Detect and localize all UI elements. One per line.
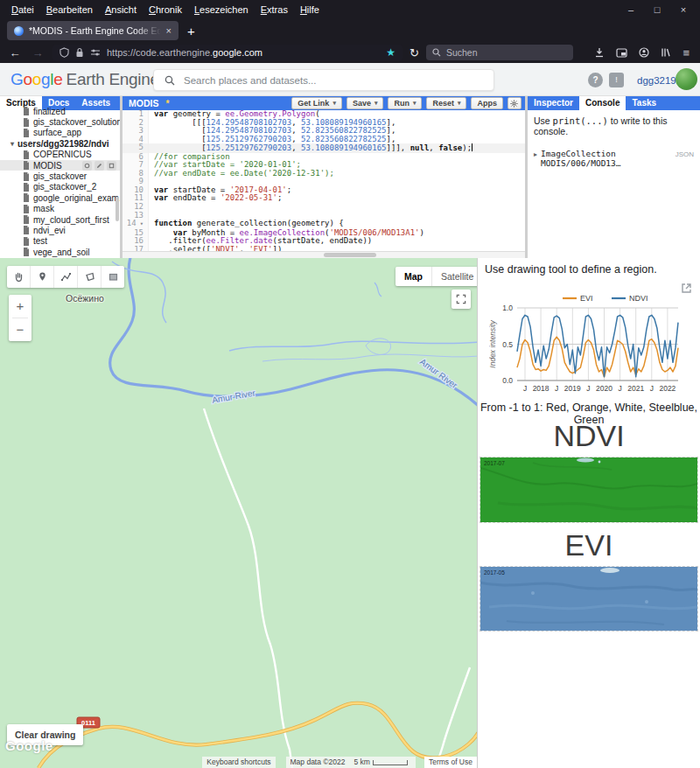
fullscreen-button[interactable]	[452, 290, 471, 309]
chevron-down-icon[interactable]: ▾	[332, 98, 336, 108]
gee-search-placeholder: Search places and datasets...	[184, 75, 317, 86]
script-item-my-cloud-sort-first[interactable]: my_cloud_sort_first	[0, 214, 120, 225]
menu-icon[interactable]: ≡	[682, 46, 690, 59]
keyboard-shortcuts-link[interactable]: Keyboard shortcuts	[202, 757, 275, 768]
top-panels: ScriptsDocsAssets finalizedgis_stackover…	[0, 96, 700, 258]
pan-tool-button[interactable]	[7, 266, 31, 288]
fold-icon[interactable]: ▾	[136, 220, 144, 227]
script-item-surface-app[interactable]: surface_app	[0, 128, 120, 138]
menu-extras[interactable]: Extras	[255, 4, 294, 15]
script-item-copernicus[interactable]: COPERNICUS	[0, 150, 120, 160]
folder-collapse-icon[interactable]: ▾	[10, 140, 14, 148]
script-item-gis-stackover-2[interactable]: gis_stackover_2	[0, 182, 120, 192]
download-icon[interactable]	[594, 47, 605, 58]
chevron-down-icon[interactable]: ▾	[374, 98, 378, 108]
share-button[interactable]	[82, 161, 92, 171]
script-item-test[interactable]: test	[0, 236, 120, 247]
script-item-modis[interactable]: MODIS	[0, 160, 120, 171]
menu-bearbeiten[interactable]: Bearbeiten	[40, 4, 99, 15]
tab-inspector[interactable]: Inspector	[528, 96, 579, 110]
file-icon	[23, 118, 30, 127]
map-attribution: Keyboard shortcuts Map data ©2022 5 km T…	[0, 757, 477, 768]
script-item-mask[interactable]: mask	[0, 204, 120, 214]
disclosure-icon[interactable]: ▸	[534, 150, 537, 158]
editor-hscrollbar[interactable]	[122, 251, 525, 258]
chevron-down-icon[interactable]: ▾	[413, 98, 416, 108]
get-link-button[interactable]: Get Link▾	[291, 97, 342, 109]
run-button[interactable]: Run▾	[388, 97, 422, 109]
gee-search-input[interactable]: Search places and datasets...	[153, 69, 494, 91]
map[interactable]: 0111 Осёжино Amur River Amur River	[0, 258, 477, 768]
zoom-out-button[interactable]: −	[9, 318, 32, 341]
settings-button[interactable]	[508, 97, 522, 109]
rename-button[interactable]	[94, 161, 104, 171]
code-area[interactable]: 1var geometry = ee.Geometry.Polygon(2 [[…	[122, 110, 525, 252]
evi-date-overlay: 2017-05	[484, 569, 505, 576]
script-item-google-original-exam-[interactable]: google_original_exam…	[0, 192, 120, 203]
chevron-down-icon[interactable]: ▾	[458, 98, 461, 108]
code-line-8[interactable]: 8//var endDate = ee.Date('2020-12-31');	[122, 170, 525, 178]
avatar[interactable]	[676, 68, 697, 90]
browser-search-field[interactable]: Suchen	[426, 45, 573, 60]
new-tab-button[interactable]: +	[187, 24, 195, 38]
browser-tab[interactable]: *MODIS - Earth Engine Code Ed ×	[7, 21, 178, 40]
reload-icon[interactable]: ↻	[410, 46, 419, 59]
console-body: Use print(...) to write to this console.…	[528, 110, 700, 173]
menu-ansicht[interactable]: Ansicht	[99, 4, 143, 15]
library-icon[interactable]	[661, 47, 671, 58]
menu-hilfe[interactable]: Hilfe	[294, 4, 326, 15]
zoom-in-button[interactable]: +	[9, 295, 32, 318]
tab-close-icon[interactable]: ×	[166, 25, 172, 36]
scripts-scrollbar[interactable]	[116, 197, 119, 221]
script-item-vege-and-soil[interactable]: vege_and_soil	[0, 247, 120, 257]
file-icon	[23, 129, 30, 137]
map-type-map-button[interactable]: Map	[396, 267, 431, 286]
line-tool-button[interactable]	[54, 266, 78, 288]
minimize-icon[interactable]: –	[618, 0, 644, 19]
rectangle-tool-button[interactable]	[102, 266, 124, 288]
url-bar[interactable]: https://code.earthengine.google.com ★	[52, 45, 402, 61]
reset-button[interactable]: Reset▾	[426, 97, 466, 109]
folder-users-ndvi[interactable]: ▾users/dgg321982/ndvi	[0, 138, 120, 149]
code-line-12[interactable]: 12	[122, 203, 525, 212]
map-canvas: 0111 Осёжино Amur River Amur River	[0, 258, 477, 768]
scripts-list: finalizedgis_stackover_solutionsurface_a…	[0, 106, 120, 257]
map-type-satellite-button[interactable]: Satellite	[432, 267, 477, 286]
apps-button[interactable]: Apps	[471, 97, 503, 109]
script-item-ndvi-evi[interactable]: ndvi_evi	[0, 225, 120, 235]
permissions-icon[interactable]	[90, 48, 101, 57]
file-icon	[23, 205, 30, 213]
menu-chronik[interactable]: Chronik	[143, 4, 188, 15]
help-button[interactable]: ?	[588, 73, 603, 87]
svg-text:EVI: EVI	[580, 294, 593, 303]
point-tool-button[interactable]	[31, 266, 54, 288]
script-item-gis-stackover-solution[interactable]: gis_stackover_solution	[0, 116, 120, 127]
script-item-finalized[interactable]: finalized	[0, 106, 120, 116]
timeseries-chart[interactable]: J2018J2019J2020J2021J20220.00.51.0EVINDV…	[489, 290, 692, 401]
delete-button[interactable]	[107, 161, 116, 171]
menu-lesezeichen[interactable]: Lesezeichen	[188, 4, 255, 15]
feedback-button[interactable]: !	[609, 73, 624, 87]
forward-icon[interactable]: →	[30, 46, 46, 59]
save-button[interactable]: Save▾	[346, 97, 384, 109]
maximize-icon[interactable]: □	[644, 0, 670, 19]
code-line-4[interactable]: 4 [125.25129762790203, 52.82356082278252…	[122, 136, 525, 144]
screenshots-icon[interactable]	[616, 48, 627, 58]
menu-datei[interactable]: Datei	[5, 4, 40, 15]
script-item-gis-stackover[interactable]: gis_stackover	[0, 171, 120, 181]
tab-tasks[interactable]: Tasks	[626, 96, 662, 110]
file-icon	[23, 172, 30, 181]
bookmark-star-icon[interactable]: ★	[386, 46, 396, 59]
code-line-11[interactable]: 11var endDate = '2022-05-31';	[122, 194, 525, 203]
account-icon[interactable]	[639, 47, 649, 58]
polygon-tool-button[interactable]	[78, 266, 102, 288]
terms-link[interactable]: Terms of Use	[424, 757, 477, 768]
polyline-icon	[60, 270, 73, 283]
console-entry[interactable]: ▸ ImageCollection MODIS/006/MOD13… JSON	[534, 149, 694, 168]
zoom-control: + −	[9, 295, 32, 341]
json-badge[interactable]: JSON	[676, 150, 694, 158]
shield-icon	[60, 47, 69, 58]
close-icon[interactable]: ×	[670, 0, 696, 19]
tab-console[interactable]: Console	[579, 96, 626, 110]
back-icon[interactable]: ←	[7, 46, 23, 59]
